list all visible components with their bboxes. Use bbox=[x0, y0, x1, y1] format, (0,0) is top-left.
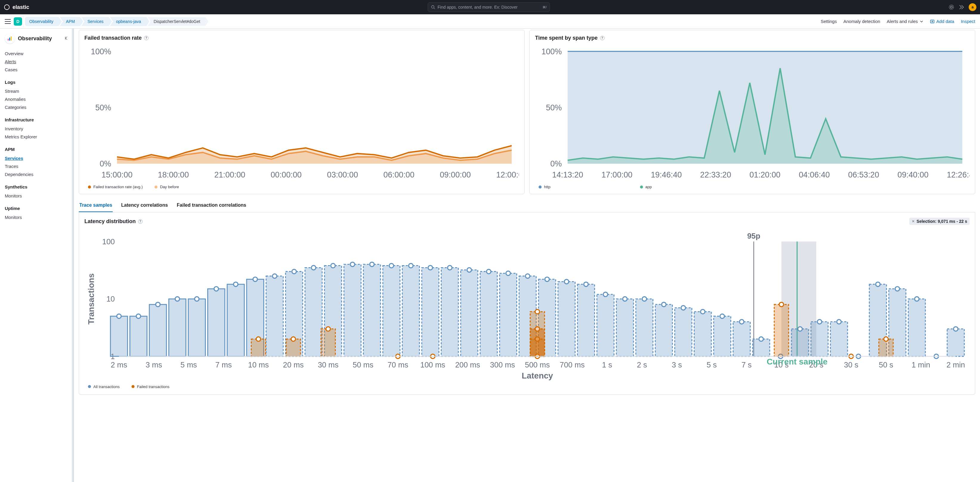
nav-traces[interactable]: Traces bbox=[5, 162, 69, 170]
svg-text:95p: 95p bbox=[747, 232, 760, 240]
breadcrumb-service-name[interactable]: opbeans-java bbox=[110, 17, 146, 26]
svg-text:04:06:40: 04:06:40 bbox=[799, 170, 830, 179]
svg-rect-83 bbox=[227, 284, 244, 356]
selection-badge[interactable]: ✕ Selection: 9,071 ms - 22 s bbox=[909, 218, 970, 225]
svg-text:0%: 0% bbox=[100, 159, 111, 168]
svg-text:19:46:40: 19:46:40 bbox=[651, 170, 682, 179]
anomaly-detection-link[interactable]: Anomaly detection bbox=[843, 19, 880, 24]
svg-text:09:00:00: 09:00:00 bbox=[440, 170, 471, 179]
svg-point-146 bbox=[837, 320, 841, 324]
svg-point-84 bbox=[234, 282, 238, 286]
svg-text:7 ms: 7 ms bbox=[215, 361, 232, 369]
nav-cases[interactable]: Cases bbox=[5, 65, 69, 74]
span-time-chart[interactable]: 0%50%100%14:13:2017:00:0019:46:4022:33:2… bbox=[535, 44, 970, 181]
nav-toggle-button[interactable] bbox=[5, 19, 11, 24]
user-avatar[interactable]: a bbox=[969, 3, 977, 11]
nav-dependencies[interactable]: Dependencies bbox=[5, 170, 69, 178]
svg-point-80 bbox=[195, 297, 199, 301]
svg-rect-10 bbox=[11, 37, 12, 41]
svg-point-78 bbox=[175, 297, 180, 301]
nav-overview[interactable]: Overview bbox=[5, 49, 69, 57]
nav-stream[interactable]: Stream bbox=[5, 87, 69, 95]
svg-text:01:20:00: 01:20:00 bbox=[749, 170, 781, 179]
nav-services[interactable]: Services bbox=[5, 154, 69, 162]
legend-all-transactions[interactable]: All transactions bbox=[88, 385, 119, 389]
svg-point-4 bbox=[950, 6, 953, 8]
svg-text:20 ms: 20 ms bbox=[283, 361, 304, 369]
svg-rect-141 bbox=[792, 329, 808, 356]
elastic-logo[interactable]: elastic bbox=[3, 4, 29, 10]
svg-point-116 bbox=[545, 277, 549, 282]
nav-categories[interactable]: Categories bbox=[5, 103, 69, 111]
svg-rect-127 bbox=[655, 304, 672, 356]
svg-point-82 bbox=[214, 286, 219, 291]
help-icon[interactable]: ? bbox=[144, 36, 148, 40]
svg-text:100%: 100% bbox=[91, 47, 111, 56]
help-icon[interactable]: ? bbox=[600, 36, 605, 40]
nav-metrics-explorer[interactable]: Metrics Explorer bbox=[5, 133, 69, 141]
failed-rate-card: Failed transaction rate ? 0%50%100%15:00… bbox=[79, 30, 525, 194]
help-icon[interactable]: ? bbox=[138, 219, 143, 224]
help-icon[interactable] bbox=[948, 4, 955, 10]
svg-text:15:00:00: 15:00:00 bbox=[102, 170, 132, 179]
svg-text:2 ms: 2 ms bbox=[111, 361, 127, 369]
breadcrumb-services[interactable]: Services bbox=[81, 17, 109, 26]
alerts-rules-dropdown[interactable]: Alerts and rules bbox=[887, 19, 923, 24]
nav-uptime-monitors[interactable]: Monitors bbox=[5, 213, 69, 221]
svg-text:50 s: 50 s bbox=[879, 361, 893, 369]
svg-text:Latency: Latency bbox=[522, 371, 553, 380]
svg-text:100%: 100% bbox=[542, 47, 562, 56]
nav-group-apm: APM bbox=[5, 147, 69, 152]
clear-selection-icon[interactable]: ✕ bbox=[912, 219, 915, 223]
nav-alerts[interactable]: Alerts bbox=[5, 57, 69, 65]
nav-group-synthetics: Synthetics bbox=[5, 185, 69, 189]
breadcrumb-observability[interactable]: Observability bbox=[25, 17, 59, 26]
svg-point-184 bbox=[884, 337, 888, 342]
svg-rect-111 bbox=[500, 274, 517, 357]
svg-text:06:53:20: 06:53:20 bbox=[848, 170, 879, 179]
svg-text:12:00:00: 12:00:00 bbox=[496, 170, 519, 179]
svg-text:5 ms: 5 ms bbox=[180, 361, 197, 369]
nav-inventory[interactable]: Inventory bbox=[5, 125, 69, 133]
breadcrumb-apm[interactable]: APM bbox=[60, 17, 80, 26]
tab-trace-samples[interactable]: Trace samples bbox=[79, 200, 113, 212]
svg-rect-165 bbox=[321, 329, 335, 356]
svg-rect-71 bbox=[110, 317, 127, 357]
latency-dist-chart[interactable]: Transactions1101002 ms3 ms5 ms7 ms10 ms2… bbox=[84, 229, 970, 381]
legend-app[interactable]: app bbox=[640, 185, 652, 189]
svg-point-162 bbox=[291, 337, 296, 342]
svg-rect-109 bbox=[480, 272, 497, 356]
svg-text:14:13:20: 14:13:20 bbox=[552, 170, 583, 179]
settings-link[interactable]: Settings bbox=[821, 19, 837, 24]
svg-text:3 s: 3 s bbox=[671, 361, 682, 369]
nav-anomalies[interactable]: Anomalies bbox=[5, 95, 69, 103]
svg-point-154 bbox=[915, 297, 919, 301]
add-data-link[interactable]: Add data bbox=[930, 19, 955, 24]
tab-latency-correlations[interactable]: Latency correlations bbox=[121, 200, 169, 212]
svg-point-142 bbox=[798, 327, 802, 331]
svg-point-102 bbox=[409, 264, 413, 268]
inspect-link[interactable]: Inspect bbox=[961, 19, 975, 24]
legend-failed-avg[interactable]: Failed transaction rate (avg.) bbox=[88, 185, 143, 189]
failed-rate-chart[interactable]: 0%50%100%15:00:0018:00:0021:00:0000:00:0… bbox=[84, 44, 519, 181]
svg-rect-157 bbox=[947, 329, 964, 356]
collapse-sidebar-button[interactable] bbox=[64, 36, 69, 41]
svg-text:18:00:00: 18:00:00 bbox=[158, 170, 189, 179]
space-selector[interactable]: D bbox=[14, 17, 22, 25]
legend-http[interactable]: http bbox=[539, 185, 550, 189]
svg-point-106 bbox=[448, 266, 452, 270]
svg-point-150 bbox=[876, 282, 880, 286]
global-search[interactable]: Find apps, content, and more. Ex: Discov… bbox=[428, 2, 550, 12]
tab-failed-correlations[interactable]: Failed transaction correlations bbox=[176, 200, 247, 212]
svg-point-158 bbox=[953, 327, 958, 331]
svg-text:1 s: 1 s bbox=[602, 361, 612, 369]
sidebar-scrollbar[interactable] bbox=[72, 29, 74, 482]
nav-synthetics-monitors[interactable]: Monitors bbox=[5, 192, 69, 200]
legend-day-before[interactable]: Day before bbox=[154, 185, 179, 189]
svg-text:5 s: 5 s bbox=[706, 361, 717, 369]
legend-failed-transactions[interactable]: Failed transactions bbox=[132, 385, 169, 389]
svg-rect-95 bbox=[344, 264, 361, 356]
news-icon[interactable] bbox=[959, 4, 964, 10]
svg-text:Transactions: Transactions bbox=[86, 274, 96, 325]
svg-rect-77 bbox=[169, 299, 186, 356]
